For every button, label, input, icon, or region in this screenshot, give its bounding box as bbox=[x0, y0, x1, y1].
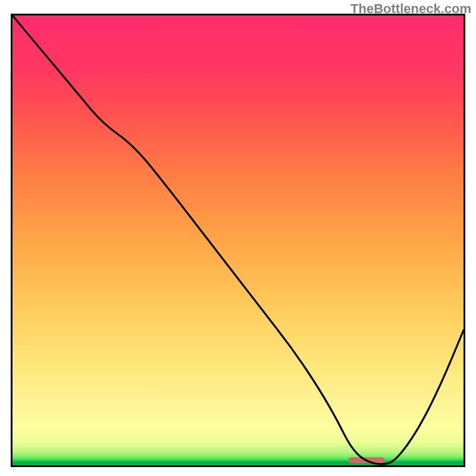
bottleneck-curve bbox=[12, 15, 464, 464]
chart-area bbox=[11, 14, 465, 467]
line-chart-svg bbox=[12, 15, 464, 465]
watermark-text: TheBottleneck.com bbox=[350, 1, 471, 17]
